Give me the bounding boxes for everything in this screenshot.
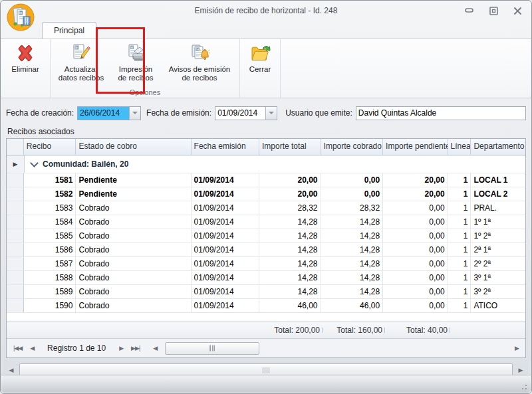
fecha-creacion-dropdown[interactable]	[129, 107, 140, 120]
fecha-creacion-value[interactable]: 26/06/2014	[78, 107, 129, 120]
column-header-recibo[interactable]: Recibo	[24, 139, 76, 155]
cell-pendiente: 20,00	[383, 173, 448, 187]
client-area: Fecha de creación: 26/06/2014 Fecha de e…	[1, 98, 531, 358]
header-indicator	[7, 139, 24, 155]
recibos-grid: ReciboEstado de cobroFecha emisiónImport…	[6, 138, 526, 358]
window-title: Emisión de recibo de horizontal - Id. 24…	[1, 6, 531, 15]
actualizar-datos-recibos-button[interactable]: T Actualizar datos recibos	[52, 41, 110, 88]
cell-departamento: 2ª 1ª	[471, 243, 525, 256]
minimize-button[interactable]	[462, 5, 477, 16]
ribbon-group-cerrar: Cerrar	[240, 39, 281, 98]
cell-fecha: 01/09/2014	[192, 229, 259, 243]
cell-fecha: 01/09/2014	[192, 173, 259, 187]
scroll-left-button[interactable]: ◀	[6, 367, 17, 373]
table-row[interactable]: 1584Cobrado01/09/201414,2814,280,0011º 1…	[7, 215, 525, 229]
cell-fecha: 01/09/2014	[192, 285, 259, 298]
form-fields: Fecha de creación: 26/06/2014 Fecha de e…	[6, 104, 526, 122]
cerrar-button[interactable]: Cerrar	[241, 41, 279, 88]
grid-hscrollbar-thumb[interactable]	[165, 342, 259, 355]
column-header-total[interactable]: Importe total	[259, 139, 321, 155]
scroll-right-button[interactable]: ▶	[515, 367, 526, 373]
fecha-emision-dropdown[interactable]	[265, 107, 277, 120]
footer-total-importe-pendiente: Total: 40,00	[385, 326, 450, 335]
cell-total: 46,00	[259, 299, 321, 312]
cell-cobrado: 14,28	[321, 229, 384, 243]
table-row[interactable]: 1589Cobrado01/09/201414,2814,280,0013º 2…	[7, 285, 525, 299]
fecha-emision-label: Fecha de emisión:	[146, 108, 211, 118]
prev-record-button[interactable]: ◀	[26, 345, 38, 351]
close-button[interactable]	[510, 5, 525, 16]
cell-total: 14,28	[259, 229, 321, 243]
cell-pendiente: 0,00	[383, 299, 448, 312]
cell-estado: Cobrado	[76, 271, 191, 284]
cell-departamento: 3º 1ª	[471, 271, 525, 284]
next-record-button[interactable]: ▶	[115, 345, 127, 351]
table-row[interactable]: 1585Cobrado01/09/201414,2814,280,0011º 2…	[7, 229, 525, 243]
table-row[interactable]: 1582Pendiente01/09/201420,000,0020,001LO…	[7, 187, 525, 201]
cell-total: 14,28	[259, 215, 321, 229]
table-row[interactable]: 1587Cobrado01/09/201414,2814,280,0012º 2…	[7, 257, 525, 271]
document-pencil-icon: T	[70, 43, 92, 64]
cell-lineas: 1	[448, 299, 471, 312]
grip-icon	[209, 345, 216, 351]
column-header-lineas[interactable]: Líneas	[448, 139, 471, 155]
usuario-emite-value[interactable]: David Quintas Alcalde	[356, 107, 438, 120]
eliminar-button[interactable]: Eliminar	[2, 41, 49, 88]
ribbon-tab-strip: Principal	[1, 21, 531, 39]
delete-x-icon	[15, 43, 36, 64]
fecha-emision-value[interactable]: 01/09/2014	[215, 107, 265, 120]
button-label: Impresión	[119, 65, 153, 74]
resize-grip-icon[interactable]	[519, 382, 527, 390]
tab-principal[interactable]: Principal	[42, 22, 96, 39]
column-header-departamento[interactable]: Departamento	[471, 139, 525, 155]
group-row[interactable]: ▶ Comunidad: Bailén, 20	[7, 155, 525, 173]
cell-total: 20,00	[259, 173, 321, 187]
cell-pendiente: 0,00	[383, 285, 448, 298]
fecha-emision-field[interactable]: 01/09/2014	[215, 106, 277, 120]
restore-button[interactable]	[486, 5, 501, 16]
avisos-de-emision-de-recibos-button[interactable]: T	[161, 41, 238, 88]
first-record-button[interactable]: |◀◀	[9, 345, 26, 351]
chevron-down-icon	[269, 112, 274, 114]
cell-estado: Cobrado	[76, 285, 191, 298]
table-row[interactable]: 1581Pendiente01/09/201420,000,0020,001LO…	[7, 173, 525, 187]
fecha-creacion-field[interactable]: 26/06/2014	[77, 106, 141, 120]
titlebar: Emisión de recibo de horizontal - Id. 24…	[1, 1, 531, 21]
usuario-emite-field[interactable]: David Quintas Alcalde	[356, 106, 526, 120]
row-indicator	[7, 215, 24, 229]
svg-text:T: T	[197, 48, 199, 51]
footer-spacer	[7, 322, 24, 338]
table-row[interactable]: 1590Cobrado01/09/201446,0046,000,001ATIC…	[7, 299, 525, 313]
cell-cobrado: 14,28	[321, 285, 384, 298]
collapse-chevron-icon[interactable]	[30, 159, 39, 167]
record-count-label: Registro 1 de 10	[38, 344, 115, 353]
last-record-button[interactable]: ▶▶|	[127, 345, 144, 351]
table-row[interactable]: 1586Cobrado01/09/201414,2814,280,0012ª 1…	[7, 243, 525, 257]
fecha-creacion-label: Fecha de creación:	[6, 108, 74, 118]
cell-departamento: 2º 2ª	[471, 257, 525, 270]
button-label: Actualizar	[65, 65, 98, 74]
grid-scroll-right-button[interactable]: ▶	[511, 345, 523, 351]
table-row[interactable]: 1588Cobrado01/09/201414,2814,280,0013º 1…	[7, 271, 525, 285]
row-indicator: ▶	[7, 155, 25, 173]
row-indicator	[7, 187, 24, 201]
column-header-estado[interactable]: Estado de cobro	[76, 139, 191, 155]
usuario-emite-label: Usuario que emite:	[285, 108, 352, 118]
grid-scroll-left-button[interactable]: ◀	[149, 345, 161, 351]
cell-total: 14,28	[259, 285, 321, 298]
cell-total: 14,28	[259, 257, 321, 270]
column-header-pendiente[interactable]: Importe pendiente	[383, 139, 448, 155]
column-header-cobrado[interactable]: Importe cobrado	[321, 139, 384, 155]
impresion-de-recibos-button[interactable]: T Impresión de recibos	[110, 41, 161, 88]
table-row[interactable]: 1583Cobrado01/09/201428,3228,320,001PRAL…	[7, 201, 525, 215]
button-label2: de recibos	[118, 74, 153, 82]
ribbon: Eliminar T	[1, 39, 531, 98]
app-logo-icon[interactable]: T	[6, 3, 35, 32]
cell-fecha: 01/09/2014	[192, 187, 259, 201]
cell-cobrado: 14,28	[321, 257, 384, 270]
grid-footer: Total: 200,00 Total: 160,00 Total: 40,00	[7, 322, 525, 338]
group-cell[interactable]: Comunidad: Bailén, 20	[25, 155, 128, 173]
cell-fecha: 01/09/2014	[192, 215, 259, 229]
column-header-fecha[interactable]: Fecha emisión	[192, 139, 259, 155]
cell-estado: Cobrado	[76, 215, 191, 229]
